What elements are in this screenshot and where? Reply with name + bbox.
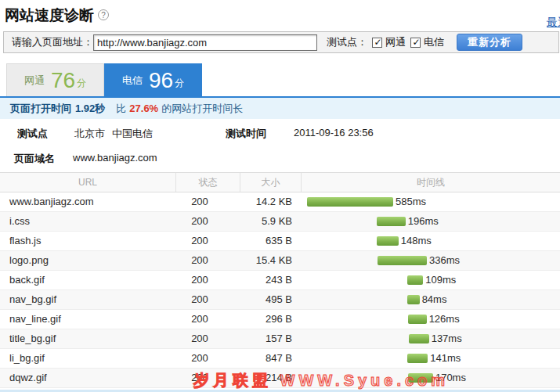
open-time-value: 1.92秒 <box>75 102 105 116</box>
header-timeline: 时间线 <box>302 173 560 192</box>
request-table-body: www.banjiagz.com20014.2 KB585msi.css2005… <box>0 192 560 388</box>
compare-prefix: 比 <box>116 102 126 116</box>
meta-testpoint-city: 北京市 <box>74 127 105 141</box>
meta-domain-label: 页面域名 <box>14 152 55 166</box>
tab-wangtong-carrier: 网通 <box>24 74 45 88</box>
request-status: 200 <box>176 192 240 211</box>
request-url: back.gif <box>0 271 176 290</box>
request-timeline: 137ms <box>302 329 560 348</box>
meta-testpoint-label: 测试点 <box>17 127 48 141</box>
timeline-duration-label: 336ms <box>429 251 460 270</box>
tab-wangtong-score: 76 <box>51 70 75 92</box>
request-timeline: 141ms <box>302 349 560 368</box>
dianxin-checkbox-label: 电信 <box>424 35 444 49</box>
tab-dianxin-score: 96 <box>149 70 173 92</box>
table-row: www.banjiagz.com20014.2 KB585ms <box>0 192 560 212</box>
meta-testtime-value: 2011-09-16 23:56 <box>294 127 374 138</box>
timeline-duration-label: 126ms <box>429 310 460 329</box>
checkbox-wangtong[interactable]: 网通 <box>372 35 406 49</box>
request-url: title_bg.gif <box>0 329 176 348</box>
request-timeline: 336ms <box>302 251 560 270</box>
request-size: 847 B <box>240 349 302 368</box>
timeline-bar <box>407 295 420 304</box>
request-status: 200 <box>176 290 240 309</box>
timeline-bar <box>407 354 428 363</box>
request-timeline: 126ms <box>302 310 560 329</box>
timeline-bar <box>377 217 406 226</box>
request-url: li_bg.gif <box>0 349 176 368</box>
wangtong-checkbox-box[interactable] <box>372 38 382 48</box>
request-status: 200 <box>176 251 240 270</box>
request-size: 243 B <box>240 271 302 290</box>
request-status: 200 <box>176 349 240 368</box>
request-size: 635 B <box>240 232 302 250</box>
header-status: 状态 <box>176 173 240 192</box>
summary-bar: 页面打开时间 1.92秒 比 27.6% 的网站打开时间长 <box>0 98 560 119</box>
request-status: 200 <box>176 232 240 250</box>
request-table-header: URL 状态 大小 时间线 <box>0 172 560 192</box>
checkbox-dianxin[interactable]: 电信 <box>410 35 444 49</box>
url-input[interactable] <box>93 34 317 51</box>
request-status: 200 <box>176 329 240 348</box>
request-table: URL 状态 大小 时间线 www.banjiagz.com20014.2 KB… <box>0 172 560 388</box>
request-url: i.css <box>0 212 176 231</box>
test-meta: 测试点 北京市 中国电信 测试时间 2011-09-16 23:56 页面域名 … <box>0 119 560 171</box>
page-title: 网站速度诊断? <box>5 5 109 26</box>
request-timeline: 84ms <box>302 290 560 309</box>
timeline-duration-label: 585ms <box>396 192 426 211</box>
meta-testpoint-isp: 中国电信 <box>112 127 153 141</box>
request-size: 296 B <box>240 310 302 329</box>
request-url: dqwz.gif <box>0 369 176 387</box>
request-timeline: 148ms <box>302 232 560 250</box>
table-row: nav_bg.gif200495 B84ms <box>0 290 560 310</box>
compare-percent: 27.6% <box>129 102 158 114</box>
request-url: nav_bg.gif <box>0 290 176 309</box>
open-time-label: 页面打开时间 <box>10 102 71 116</box>
tab-wangtong-unit: 分 <box>77 77 86 90</box>
page-title-text: 网站速度诊断 <box>5 7 94 23</box>
score-tabs: 网通 76 分 电信 96 分 <box>6 63 202 96</box>
request-size: 5.9 KB <box>240 212 302 231</box>
timeline-bar <box>307 197 393 207</box>
header-url: URL <box>0 173 176 192</box>
header-size: 大小 <box>240 173 302 192</box>
tab-wangtong[interactable]: 网通 76 分 <box>6 63 104 96</box>
watermark: 岁月联盟 WWW.Syue.com <box>193 370 449 391</box>
timeline-duration-label: 196ms <box>408 212 439 231</box>
timeline-bar <box>408 315 427 324</box>
tab-dianxin[interactable]: 电信 96 分 <box>104 63 202 96</box>
table-row: back.gif200243 B109ms <box>0 271 560 290</box>
timeline-bar <box>409 334 429 343</box>
compare-suffix: 的网站打开时间长 <box>161 102 243 116</box>
page-header: 网站速度诊断? 最近 <box>0 0 560 30</box>
request-size: 15.4 KB <box>240 251 302 270</box>
dianxin-checkbox-box[interactable] <box>410 38 421 48</box>
timeline-bar <box>407 275 423 285</box>
table-row: i.css2005.9 KB196ms <box>0 212 560 232</box>
table-row: nav_line.gif200296 B126ms <box>0 310 560 329</box>
request-url: logo.png <box>0 251 176 270</box>
help-icon[interactable]: ? <box>98 9 109 20</box>
timeline-duration-label: 84ms <box>422 290 447 309</box>
reanalyze-button[interactable]: 重新分析 <box>457 34 522 51</box>
request-size: 14.2 KB <box>240 192 302 211</box>
request-status: 200 <box>176 310 240 329</box>
wangtong-checkbox-label: 网通 <box>385 35 406 49</box>
request-timeline: 196ms <box>302 212 560 231</box>
request-url: www.banjiagz.com <box>0 192 176 211</box>
recent-link[interactable]: 最近 <box>547 16 560 30</box>
request-size: 495 B <box>240 290 302 309</box>
meta-domain-value: www.banjiagz.com <box>73 152 157 164</box>
table-row: flash.js200635 B148ms <box>0 232 560 251</box>
url-input-label: 请输入页面地址： <box>12 35 93 49</box>
testpoint-label: 测试点： <box>327 35 367 49</box>
table-row: title_bg.gif200157 B137ms <box>0 329 560 349</box>
timeline-duration-label: 148ms <box>401 232 432 250</box>
timeline-duration-label: 137ms <box>432 329 462 348</box>
request-status: 200 <box>176 271 240 290</box>
timeline-bar <box>378 256 427 265</box>
request-timeline: 109ms <box>302 271 560 290</box>
timeline-duration-label: 109ms <box>425 271 456 290</box>
tab-dianxin-carrier: 电信 <box>122 74 143 88</box>
table-row: li_bg.gif200847 B141ms <box>0 349 560 369</box>
